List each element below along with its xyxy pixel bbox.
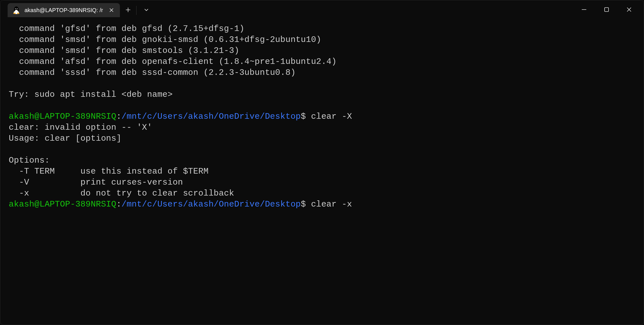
output-line: clear: invalid option -- 'X' [9, 123, 152, 132]
titlebar: akash@LAPTOP-389NRSIQ: /r [0, 0, 644, 17]
prompt-path: /mnt/c/Users/akash/OneDrive/Desktop [121, 200, 301, 209]
svg-point-7 [13, 13, 15, 14]
prompt-command: clear -x [311, 200, 352, 209]
output-line: -T TERM use this instead of $TERM [9, 167, 209, 176]
output-line: -x do not try to clear scrollback [9, 189, 234, 198]
new-tab-button[interactable] [122, 3, 135, 16]
prompt-path: /mnt/c/Users/akash/OneDrive/Desktop [121, 112, 301, 121]
output-line: command 'smsd' from deb gnokii-smsd (0.6… [9, 35, 321, 44]
tux-icon [12, 6, 21, 14]
prompt-dollar: $ [301, 112, 311, 121]
maximize-button[interactable] [603, 6, 611, 14]
tab-title: akash@LAPTOP-389NRSIQ: /r [24, 7, 103, 14]
prompt-userhost: akash@LAPTOP-389NRSIQ [9, 200, 116, 209]
prompt-command: clear -X [311, 112, 352, 121]
tab-dropdown-button[interactable] [140, 3, 153, 16]
svg-rect-9 [605, 8, 609, 12]
output-line: command 'smsd' from deb smstools (3.1.21… [9, 46, 239, 55]
prompt-colon: : [116, 112, 121, 121]
terminal-output[interactable]: command 'gfsd' from deb gfsd (2.7.15+dfs… [0, 17, 644, 210]
output-line: Try: sudo apt install <deb name> [9, 90, 173, 99]
window-controls [580, 6, 644, 14]
close-window-button[interactable] [625, 6, 633, 14]
output-line: Usage: clear [options] [9, 134, 121, 143]
output-line: command 'sssd' from deb sssd-common (2.2… [9, 68, 296, 77]
prompt-userhost: akash@LAPTOP-389NRSIQ [9, 112, 116, 121]
output-line: command 'gfsd' from deb gfsd (2.7.15+dfs… [9, 24, 244, 33]
output-line: command 'afsd' from deb openafs-client (… [9, 57, 337, 66]
active-tab[interactable]: akash@LAPTOP-389NRSIQ: /r [8, 3, 120, 17]
output-line: -V print curses-version [9, 178, 183, 187]
tab-divider [136, 6, 137, 15]
minimize-button[interactable] [580, 6, 588, 14]
svg-point-6 [17, 9, 17, 9]
svg-point-8 [17, 13, 19, 14]
prompt-dollar: $ [301, 200, 311, 209]
close-tab-button[interactable] [107, 6, 116, 15]
prompt-colon: : [116, 200, 121, 209]
output-line: Options: [9, 156, 50, 165]
svg-point-5 [15, 9, 16, 9]
